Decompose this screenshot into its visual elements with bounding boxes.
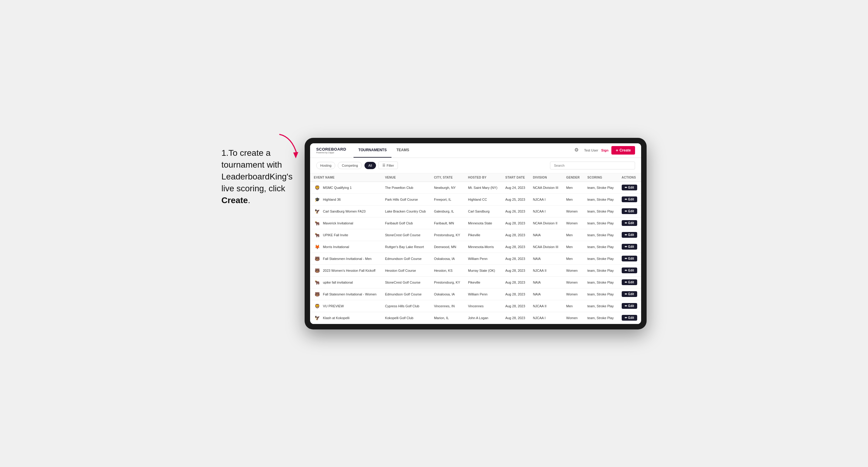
col-venue: VENUE — [381, 174, 430, 182]
search-input[interactable] — [550, 161, 635, 169]
cell-actions: ✏ Edit — [618, 276, 641, 288]
table-row: 🎓 Highland 36 Park Hills Golf Course Fre… — [310, 193, 641, 205]
nav-tabs: TOURNAMENTS TEAMS — [353, 143, 414, 158]
cell-gender: Women — [562, 205, 584, 217]
tournaments-table: EVENT NAME VENUE CITY, STATE HOSTED BY S… — [310, 174, 641, 324]
table-row: 🦅 Carl Sandburg Women FA23 Lake Bracken … — [310, 205, 641, 217]
edit-button[interactable]: ✏ Edit — [622, 185, 637, 190]
edit-button[interactable]: ✏ Edit — [622, 220, 637, 226]
edit-button[interactable]: ✏ Edit — [622, 279, 637, 285]
cell-event-name: 🐂 upike fall invitational — [310, 276, 381, 288]
col-city-state: CITY, STATE — [430, 174, 464, 182]
cell-city: Faribault, MN — [430, 217, 464, 229]
event-name-text: VU PREVIEW — [323, 304, 344, 308]
cell-actions: ✏ Edit — [618, 229, 641, 241]
team-icon: 🦅 — [314, 208, 320, 215]
cell-venue: StoneCrest Golf Course — [381, 229, 430, 241]
cell-venue: Edmundson Golf Course — [381, 253, 430, 264]
table-container: EVENT NAME VENUE CITY, STATE HOSTED BY S… — [310, 174, 641, 324]
cell-date: Aug 28, 2023 — [502, 264, 529, 276]
event-name-text: Klash at Kokopelli — [323, 316, 349, 320]
cell-event-name: 🦁 VU PREVIEW — [310, 300, 381, 312]
event-name-text: upike fall invitational — [323, 281, 352, 284]
edit-icon: ✏ — [625, 292, 627, 296]
cell-scoring: team, Stroke Play — [584, 288, 618, 300]
filter-bar: Hosting Competing All ☰ Filter — [310, 158, 641, 174]
cell-venue: Ruttger's Bay Lake Resort — [381, 241, 430, 253]
logo-sub: Powered by Clippd — [316, 152, 346, 154]
cell-hosted: Vincennes — [464, 300, 502, 312]
cell-city: Oskaloosa, IA — [430, 253, 464, 264]
nav-right: ⚙ Test User Sign Create — [574, 146, 635, 155]
filter-competing[interactable]: Competing — [338, 162, 362, 169]
cell-venue: Lake Bracken Country Club — [381, 205, 430, 217]
cell-actions: ✏ Edit — [618, 205, 641, 217]
edit-button[interactable]: ✏ Edit — [622, 232, 637, 238]
cell-scoring: team, Stroke Play — [584, 193, 618, 205]
cell-division: NJCAA I — [529, 205, 563, 217]
cell-gender: Men — [562, 253, 584, 264]
cell-hosted: William Penn — [464, 288, 502, 300]
cell-venue: The Powelton Club — [381, 182, 430, 193]
cell-venue: Hesston Golf Course — [381, 264, 430, 276]
cell-event-name: 🦅 Carl Sandburg Women FA23 — [310, 205, 381, 217]
event-name-text: Carl Sandburg Women FA23 — [323, 210, 365, 213]
tab-tournaments[interactable]: TOURNAMENTS — [353, 143, 392, 158]
create-button[interactable]: Create — [611, 146, 635, 155]
cell-date: Aug 28, 2023 — [502, 276, 529, 288]
cell-city: Marion, IL — [430, 312, 464, 324]
edit-button[interactable]: ✏ Edit — [622, 315, 637, 321]
edit-icon: ✏ — [625, 245, 627, 248]
filter-all[interactable]: All — [365, 162, 376, 169]
cell-division: NJCAA I — [529, 193, 563, 205]
edit-button[interactable]: ✏ Edit — [622, 268, 637, 273]
cell-city: Galesburg, IL — [430, 205, 464, 217]
table-row: 🦊 Morris Invitational Ruttger's Bay Lake… — [310, 241, 641, 253]
event-name-text: Fall Statesmen Invitational - Men — [323, 257, 371, 260]
event-name-text: MSMC Qualifying 1 — [323, 186, 352, 189]
event-name-text: Highland 36 — [323, 198, 341, 201]
col-event-name: EVENT NAME — [310, 174, 381, 182]
filter-dropdown-button[interactable]: ☰ Filter — [378, 161, 398, 169]
edit-button[interactable]: ✏ Edit — [622, 256, 637, 261]
team-icon: 🎓 — [314, 196, 320, 203]
cell-gender: Women — [562, 264, 584, 276]
cell-gender: Women — [562, 312, 584, 324]
tab-teams[interactable]: TEAMS — [392, 143, 414, 158]
cell-division: NAIA — [529, 288, 563, 300]
event-name-text: 2023 Women's Hesston Fall Kickoff — [323, 269, 375, 272]
table-row: 🐂 Maverick Invitational Faribault Golf C… — [310, 217, 641, 229]
cell-actions: ✏ Edit — [618, 241, 641, 253]
cell-venue: Cypress Hills Golf Club — [381, 300, 430, 312]
edit-button[interactable]: ✏ Edit — [622, 291, 637, 297]
cell-date: Aug 26, 2023 — [502, 205, 529, 217]
event-name-text: Fall Statesmen Invitational - Women — [323, 292, 376, 296]
cell-scoring: team, Stroke Play — [584, 182, 618, 193]
cell-gender: Men — [562, 229, 584, 241]
settings-icon[interactable]: ⚙ — [574, 147, 581, 154]
cell-hosted: Mt. Saint Mary (NY) — [464, 182, 502, 193]
team-icon: 🦁 — [314, 303, 320, 309]
edit-button[interactable]: ✏ Edit — [622, 196, 637, 202]
tablet-screen: SCOREBOARD Powered by Clippd TOURNAMENTS… — [310, 143, 641, 324]
cell-date: Aug 28, 2023 — [502, 288, 529, 300]
nav-signin[interactable]: Sign — [601, 149, 609, 152]
cell-hosted: William Penn — [464, 253, 502, 264]
cell-date: Aug 28, 2023 — [502, 300, 529, 312]
filter-hosting[interactable]: Hosting — [316, 162, 335, 169]
cell-hosted: John A Logan — [464, 312, 502, 324]
edit-icon: ✏ — [625, 304, 627, 308]
table-row: 🐻 2023 Women's Hesston Fall Kickoff Hess… — [310, 264, 641, 276]
table-row: 🐂 upike fall invitational StoneCrest Gol… — [310, 276, 641, 288]
col-division: DIVISION — [529, 174, 563, 182]
cell-date: Aug 28, 2023 — [502, 217, 529, 229]
edit-button[interactable]: ✏ Edit — [622, 208, 637, 214]
cell-city: Newburgh, NY — [430, 182, 464, 193]
cell-division: NAIA — [529, 276, 563, 288]
edit-button[interactable]: ✏ Edit — [622, 244, 637, 250]
cell-event-name: 🦅 Klash at Kokopelli — [310, 312, 381, 324]
cell-event-name: 🐻 2023 Women's Hesston Fall Kickoff — [310, 264, 381, 276]
cell-actions: ✏ Edit — [618, 312, 641, 324]
edit-button[interactable]: ✏ Edit — [622, 303, 637, 309]
cell-division: NJCAA II — [529, 300, 563, 312]
